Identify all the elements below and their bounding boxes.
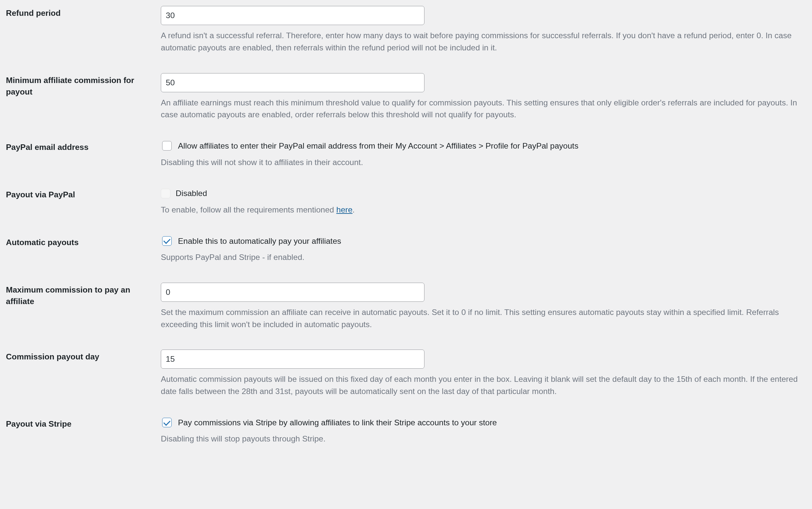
field-payout-day: Automatic commission payouts will be iss… <box>161 349 806 398</box>
label-min-commission: Minimum affiliate commission for payout <box>6 73 161 98</box>
row-payout-stripe: Payout via Stripe Pay commissions via St… <box>6 417 806 448</box>
field-min-commission: An affiliate earnings must reach this mi… <box>161 73 806 121</box>
payout-stripe-checkbox[interactable] <box>162 418 172 427</box>
auto-payouts-checkbox[interactable] <box>162 236 172 246</box>
refund-period-input[interactable] <box>161 6 425 25</box>
min-commission-input[interactable] <box>161 73 425 92</box>
label-refund-period: Refund period <box>6 6 161 19</box>
payout-paypal-desc-suffix: . <box>352 205 355 214</box>
field-max-commission: Set the maximum commission an affiliate … <box>161 283 806 331</box>
label-max-commission: Maximum commission to pay an affiliate <box>6 283 161 307</box>
row-refund-period: Refund period A refund isn't a successfu… <box>6 6 806 73</box>
label-paypal-email: PayPal email address <box>6 140 161 153</box>
field-payout-stripe: Pay commissions via Stripe by allowing a… <box>161 417 806 445</box>
payout-paypal-here-link[interactable]: here <box>336 205 352 214</box>
label-payout-paypal: Payout via PayPal <box>6 188 161 201</box>
paypal-email-checkbox[interactable] <box>162 141 172 150</box>
payout-paypal-status: Disabled <box>176 188 207 199</box>
row-max-commission: Maximum commission to pay an affiliate S… <box>6 283 806 350</box>
label-auto-payouts: Automatic payouts <box>6 235 161 248</box>
label-payout-day: Commission payout day <box>6 349 161 363</box>
row-paypal-email: PayPal email address Allow affiliates to… <box>6 140 806 188</box>
payout-paypal-checkbox-disabled <box>161 189 170 198</box>
paypal-email-checkbox-label: Allow affiliates to enter their PayPal e… <box>178 140 578 152</box>
row-payout-paypal: Payout via PayPal Disabled To enable, fo… <box>6 188 806 235</box>
max-commission-desc: Set the maximum commission an affiliate … <box>161 306 806 331</box>
field-payout-paypal: Disabled To enable, follow all the requi… <box>161 188 806 216</box>
auto-payouts-desc: Supports PayPal and Stripe - if enabled. <box>161 251 806 264</box>
row-auto-payouts: Automatic payouts Enable this to automat… <box>6 235 806 283</box>
field-refund-period: A refund isn't a successful referral. Th… <box>161 6 806 54</box>
paypal-email-desc: Disabling this will not show it to affil… <box>161 157 806 169</box>
auto-payouts-checkbox-label: Enable this to automatically pay your af… <box>178 235 341 247</box>
row-payout-day: Commission payout day Automatic commissi… <box>6 349 806 417</box>
min-commission-desc: An affiliate earnings must reach this mi… <box>161 97 806 121</box>
payout-paypal-desc-prefix: To enable, follow all the requirements m… <box>161 205 336 214</box>
payout-day-desc: Automatic commission payouts will be iss… <box>161 373 806 398</box>
payout-day-input[interactable] <box>161 349 425 369</box>
refund-period-desc: A refund isn't a successful referral. Th… <box>161 30 806 54</box>
payout-stripe-desc: Disabling this will stop payouts through… <box>161 433 806 445</box>
max-commission-input[interactable] <box>161 283 425 302</box>
field-paypal-email: Allow affiliates to enter their PayPal e… <box>161 140 806 168</box>
label-payout-stripe: Payout via Stripe <box>6 417 161 430</box>
payout-paypal-desc: To enable, follow all the requirements m… <box>161 204 806 216</box>
payout-stripe-checkbox-label: Pay commissions via Stripe by allowing a… <box>178 417 497 429</box>
field-auto-payouts: Enable this to automatically pay your af… <box>161 235 806 264</box>
row-min-commission: Minimum affiliate commission for payout … <box>6 73 806 140</box>
